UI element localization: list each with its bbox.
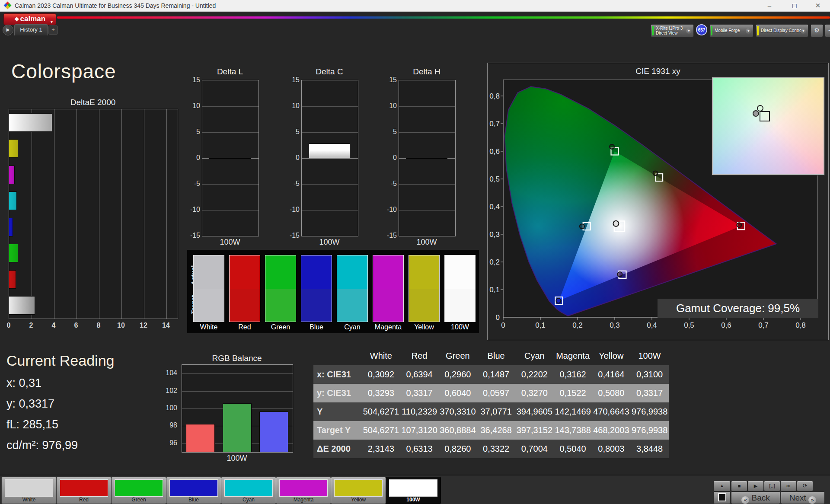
pattern-button-cyan[interactable]: Cyan	[221, 477, 276, 504]
table-row-target-y: Target Y504,6271107,3120360,888436,42683…	[313, 421, 669, 440]
color-chip	[334, 479, 383, 497]
meter-toolbar: X-Rite i1Pro 3Direct View▼657Mobile Forg…	[651, 24, 830, 36]
svg-text:0,5: 0,5	[489, 175, 500, 183]
collapse-up-button[interactable]: ▲	[713, 481, 731, 491]
pattern-button-red[interactable]: Red	[56, 477, 112, 504]
status-stripe	[757, 26, 759, 35]
swatch-label: White	[190, 323, 228, 331]
collapse-left-button[interactable]: ◀	[825, 24, 830, 37]
svg-text:0,7: 0,7	[489, 120, 500, 128]
svg-text:0,2: 0,2	[489, 258, 500, 266]
cie-1931-panel: CIE 1931 xy	[487, 63, 829, 340]
swatch-label: Red	[226, 323, 264, 331]
calman-logo-text: calman	[20, 15, 46, 23]
play-measure-button[interactable]: ▶	[747, 481, 764, 491]
meter-button-x-rite-i1pro-3[interactable]: X-Rite i1Pro 3Direct View▼	[651, 24, 694, 37]
delta_h-title: Delta H	[399, 67, 455, 77]
cie-title: CIE 1931 xy	[488, 67, 828, 76]
stop-measure-button[interactable]: ■	[731, 481, 747, 491]
color-chip	[115, 479, 163, 497]
continuous-measure-button[interactable]: ∞	[780, 481, 797, 491]
stop-large-button[interactable]	[713, 491, 731, 504]
add-tab-button[interactable]: +	[48, 26, 58, 35]
back-button[interactable]: « Back	[731, 491, 780, 504]
table-col-white: White	[362, 351, 400, 361]
table-col-red: Red	[400, 351, 439, 361]
svg-text:0,8: 0,8	[489, 92, 500, 100]
status-stripe	[652, 26, 654, 35]
tab-history-1[interactable]: History 1	[14, 24, 48, 35]
settings-gear-button[interactable]: ⚙	[811, 24, 823, 37]
compare-swatch-red	[229, 255, 260, 322]
measured-point-green	[610, 144, 614, 149]
pattern-button-magenta[interactable]: Magenta	[276, 477, 331, 504]
close-button[interactable]: ✕	[809, 1, 827, 10]
color-chip	[5, 479, 53, 497]
table-row-x-cie31: x: CIE310,30920,63940,29600,14870,22020,…	[313, 365, 669, 384]
chevron-down-icon: ▼	[746, 28, 751, 34]
refresh-button[interactable]: ⟳	[797, 481, 813, 491]
swatch-label: Green	[262, 323, 300, 331]
reading-cdm2: cd/m²: 976,99	[6, 439, 114, 452]
delta_h-x-label: 100W	[399, 238, 455, 247]
current-reading-block: Current Reading x: 0,31 y: 0,3317 fL: 28…	[6, 352, 114, 452]
inset-measured-circle-icon	[753, 110, 759, 117]
table-row-y: Y504,6271110,2329370,331037,0771394,9605…	[313, 402, 669, 421]
deltae2000-x-axis: 02468101214	[9, 322, 177, 331]
deltae-bar-green	[9, 244, 18, 262]
delta_l-zero-line	[209, 158, 251, 159]
page-title: Colorspace	[11, 60, 116, 83]
measured-point-magenta	[617, 272, 622, 277]
reading-x: x: 0,31	[6, 376, 114, 390]
meter-button-mobile-forge[interactable]: Mobile Forge▼	[709, 24, 753, 37]
deltae2000-chart	[9, 109, 178, 319]
meter-count-badge: 657	[696, 24, 707, 35]
rainbow-gradient-bar	[57, 16, 830, 19]
white-point-inset	[712, 77, 824, 175]
stop-icon	[718, 493, 726, 501]
calman-menu-button[interactable]: ❖calman ▼	[3, 13, 56, 25]
svg-text:0,1: 0,1	[489, 286, 500, 294]
measured-point-white	[613, 221, 619, 226]
window-titlebar: Calman 2023 Calman Ultimate for Business…	[0, 0, 830, 12]
pattern-button-white[interactable]: White	[1, 477, 57, 504]
measured-point-cyan	[580, 224, 584, 229]
chevron-down-icon: ▼	[801, 28, 806, 34]
delta_c-bar	[309, 144, 350, 158]
history-expander-button[interactable]: ▶	[3, 25, 13, 35]
rgb-bar-green	[223, 403, 252, 452]
delta_l-chart	[202, 80, 259, 236]
compare-swatch-white	[193, 255, 224, 322]
delta_h-chart	[399, 80, 456, 236]
pattern-button-yellow[interactable]: Yellow	[331, 477, 386, 504]
swatch-compare-panel: Actual Target WhiteRedGreenBlueCyanMagen…	[187, 250, 479, 333]
back-arrow-icon: «	[741, 496, 749, 504]
maximize-button[interactable]: ◻	[786, 1, 803, 10]
rgb-balance-x-label: 100W	[182, 454, 292, 463]
rgb-balance-title: RGB Balance	[182, 354, 292, 363]
pattern-button-100w[interactable]: 100W	[386, 477, 441, 504]
color-chip	[169, 479, 218, 497]
svg-text:0,4: 0,4	[489, 203, 500, 211]
measured-point-blue	[556, 298, 561, 303]
compare-swatch-magenta	[373, 255, 404, 322]
delta_c-x-label: 100W	[301, 238, 358, 247]
delta_l-x-label: 100W	[202, 238, 258, 247]
minimize-button[interactable]: –	[761, 1, 778, 10]
table-col-blue: Blue	[477, 351, 515, 361]
next-button[interactable]: Next »	[781, 491, 825, 504]
measured-point-red	[737, 223, 741, 227]
compare-swatch-100w	[444, 255, 476, 322]
meter-button-direct-display-control[interactable]: Direct Display Control▼	[756, 24, 808, 37]
compare-swatch-green	[265, 255, 296, 322]
calman-app-icon	[4, 2, 11, 9]
table-col-cyan: Cyan	[515, 351, 554, 361]
deltae-bar-blue	[9, 218, 13, 236]
pattern-button-green[interactable]: Green	[111, 477, 166, 504]
pattern-button-blue[interactable]: Blue	[166, 477, 221, 504]
delta_c-chart	[301, 80, 358, 236]
table-row--e-2000: ΔE 20002,31430,63130,82600,33220,70040,5…	[313, 440, 669, 458]
deltae-bar-100w	[9, 113, 52, 132]
single-measure-button[interactable]: [‥]	[764, 481, 780, 491]
swatch-label: Yellow	[405, 323, 443, 331]
